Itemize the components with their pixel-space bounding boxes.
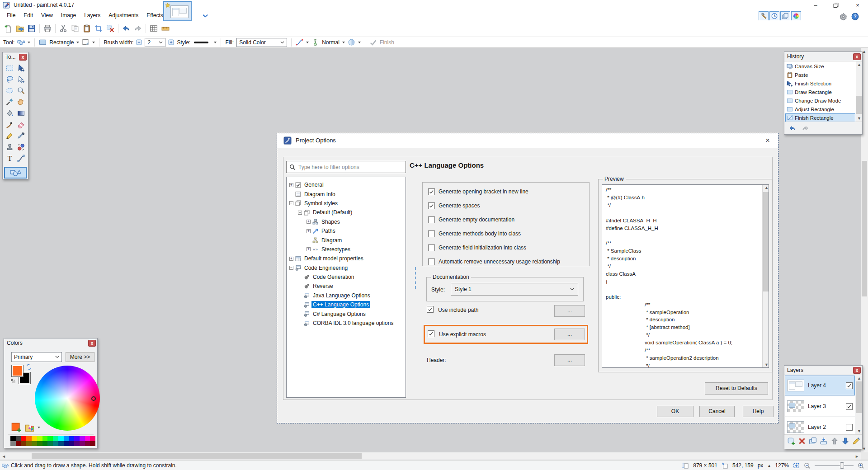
page-new-button[interactable] xyxy=(2,23,14,34)
checkbox[interactable] xyxy=(428,230,435,237)
tool-move[interactable] xyxy=(15,62,27,74)
undo-button[interactable] xyxy=(788,125,797,132)
minimize-button[interactable]: – xyxy=(807,0,824,10)
checkbox[interactable] xyxy=(428,202,435,209)
palette-swatch[interactable] xyxy=(32,441,37,446)
palette-swatch[interactable] xyxy=(58,441,64,446)
palette-swatch[interactable] xyxy=(47,441,53,446)
close-icon[interactable]: x xyxy=(88,340,96,347)
save-button[interactable] xyxy=(26,23,38,34)
blend-mode-label[interactable]: Normal xyxy=(322,39,340,46)
draw-mode-dropdown-arrow[interactable] xyxy=(92,42,95,43)
tree-item[interactable]: Diagram xyxy=(287,235,406,244)
reset-to-defaults-button[interactable]: Reset to Defaults xyxy=(705,382,768,395)
arrow-up-gray-button[interactable] xyxy=(830,437,839,445)
tree-item[interactable]: Code Generation xyxy=(287,273,406,282)
layer-del-button[interactable] xyxy=(798,437,806,445)
layer-row[interactable]: Layer 4 xyxy=(785,376,855,395)
checkbox[interactable] xyxy=(428,244,435,251)
palette-swatch[interactable] xyxy=(85,441,90,446)
tree-item[interactable]: +Default model properties xyxy=(287,254,406,263)
tool-gradient[interactable] xyxy=(15,108,27,119)
scrollbar-thumb[interactable] xyxy=(862,161,867,296)
blend-circle-dropdown-arrow[interactable] xyxy=(358,42,361,43)
grid-button[interactable] xyxy=(148,23,160,34)
palette-swatch[interactable] xyxy=(53,436,58,441)
tool-pencil[interactable] xyxy=(4,130,15,141)
tree-item[interactable]: −Default (Default) xyxy=(287,208,406,217)
draw-mode-icon[interactable] xyxy=(82,38,90,46)
layer-merge-button[interactable] xyxy=(820,437,828,445)
workspace-horizontal-scrollbar[interactable]: ◄ ► xyxy=(0,452,861,460)
history-item[interactable]: Adjust Rectangle xyxy=(785,105,855,113)
menu-file[interactable]: File xyxy=(3,11,19,20)
zoom-slider[interactable] xyxy=(815,462,854,469)
tree-expander-minus[interactable]: − xyxy=(289,201,293,205)
use-explicit-macros-checkbox[interactable] xyxy=(428,330,434,337)
history-item[interactable]: Canvas Size xyxy=(785,62,855,70)
cancel-button[interactable]: Cancel xyxy=(699,406,735,417)
palette-swatch[interactable] xyxy=(69,436,74,441)
tool-bucket[interactable] xyxy=(4,108,15,119)
layer-add-button[interactable] xyxy=(787,437,795,445)
palette-swatch[interactable] xyxy=(42,441,48,446)
tool-brush[interactable] xyxy=(4,119,15,130)
scrollbar-thumb[interactable] xyxy=(856,381,862,413)
shapes-tool-icon[interactable] xyxy=(17,38,25,46)
toggle-clock-button[interactable] xyxy=(769,11,779,21)
palette-swatch[interactable] xyxy=(26,441,32,446)
paste-button[interactable] xyxy=(81,23,93,34)
settings-button[interactable] xyxy=(839,12,848,21)
tree-item[interactable]: −Code Engineering xyxy=(287,263,406,273)
palette-swatch[interactable] xyxy=(69,441,74,446)
color-mode-combo[interactable]: Primary xyxy=(11,352,62,362)
tool-dropper[interactable] xyxy=(15,130,27,141)
preview-scrollbar[interactable]: ▲ ▼ xyxy=(762,185,769,367)
spline-dropdown-arrow[interactable] xyxy=(306,42,309,43)
fill-combo[interactable]: Solid Color xyxy=(236,38,287,47)
palette-swatch[interactable] xyxy=(90,441,95,446)
tree-expander-plus[interactable]: + xyxy=(307,229,311,233)
palette-folder-button[interactable] xyxy=(25,423,35,432)
colors-panel-title-bar[interactable]: Colors x xyxy=(4,338,97,348)
layers-scrollbar[interactable]: ▲ ▼ xyxy=(856,375,862,434)
brush-width-increase-button[interactable] xyxy=(168,39,174,45)
tool-shapes-selected[interactable] xyxy=(4,167,27,179)
layer-row[interactable]: Layer 2 xyxy=(785,417,855,434)
doc-style-combo[interactable]: Style 1 xyxy=(451,283,578,296)
palette-swatch[interactable] xyxy=(16,441,21,446)
layers-panel-title-bar[interactable]: Layers x xyxy=(784,366,862,375)
redo-button[interactable] xyxy=(801,125,810,132)
brush-width-decrease-button[interactable] xyxy=(136,39,142,45)
scrollbar-thumb[interactable] xyxy=(32,453,362,459)
blend-dropdown-arrow[interactable] xyxy=(342,42,345,43)
palette-swatch[interactable] xyxy=(74,441,80,446)
layer-dup-button[interactable] xyxy=(809,437,817,445)
palette-swatch[interactable] xyxy=(85,436,90,441)
palette-swatch[interactable] xyxy=(64,441,69,446)
tool-curve[interactable] xyxy=(15,153,27,164)
palette-swatch[interactable] xyxy=(42,436,48,441)
more-button[interactable]: More >> xyxy=(66,352,94,362)
checkbox[interactable] xyxy=(428,216,435,223)
palette-swatch[interactable] xyxy=(80,441,85,446)
tree-expander-plus[interactable]: + xyxy=(289,257,293,261)
tree-item[interactable]: Java Language Options xyxy=(287,291,406,300)
tree-expander-plus[interactable]: + xyxy=(307,220,311,224)
menu-edit[interactable]: Edit xyxy=(19,11,37,20)
tool-ellipse-select[interactable] xyxy=(4,85,15,96)
tools-panel-title-bar[interactable]: To... x xyxy=(3,52,28,61)
crop-button[interactable] xyxy=(93,23,104,34)
finish-button[interactable]: Finish xyxy=(380,39,394,46)
image-list-chevron-icon[interactable] xyxy=(202,14,208,19)
zoom-in-button[interactable] xyxy=(858,462,864,469)
undo-button[interactable] xyxy=(120,23,132,34)
tree-item[interactable]: +General xyxy=(287,180,406,189)
tree-item[interactable]: Diagram Info xyxy=(287,189,406,198)
folder-open-button[interactable] xyxy=(14,23,26,34)
header-browse-button[interactable]: ... xyxy=(554,354,585,366)
ok-button[interactable]: OK xyxy=(657,406,693,417)
palette-swatch[interactable] xyxy=(21,441,27,446)
color-wheel[interactable] xyxy=(35,366,100,431)
tool-wand[interactable] xyxy=(4,96,15,108)
